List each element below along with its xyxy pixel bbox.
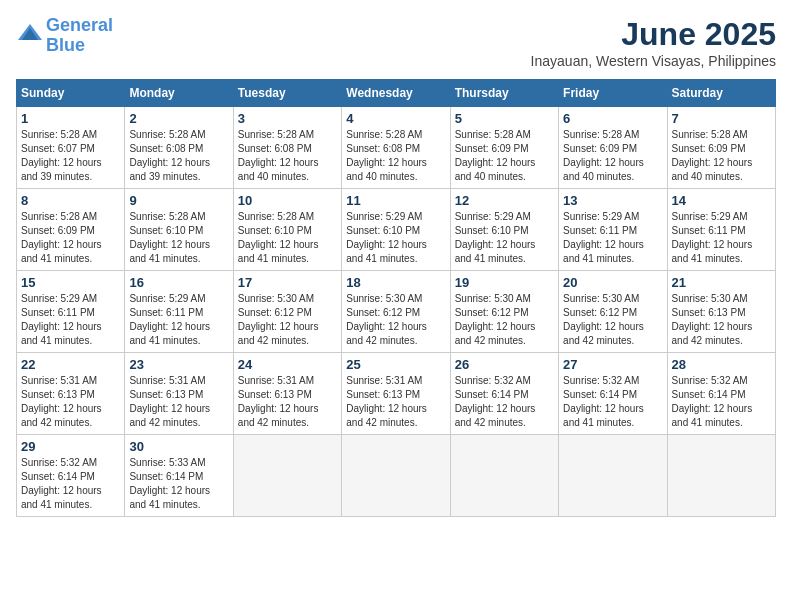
day-number: 19 xyxy=(455,275,554,290)
logo: General Blue xyxy=(16,16,113,56)
day-number: 7 xyxy=(672,111,771,126)
calendar-cell: 5Sunrise: 5:28 AMSunset: 6:09 PMDaylight… xyxy=(450,107,558,189)
calendar-cell: 14Sunrise: 5:29 AMSunset: 6:11 PMDayligh… xyxy=(667,189,775,271)
day-info: Sunrise: 5:28 AMSunset: 6:09 PMDaylight:… xyxy=(672,128,771,184)
calendar-cell: 16Sunrise: 5:29 AMSunset: 6:11 PMDayligh… xyxy=(125,271,233,353)
day-info: Sunrise: 5:30 AMSunset: 6:12 PMDaylight:… xyxy=(238,292,337,348)
header-thursday: Thursday xyxy=(450,80,558,107)
day-info: Sunrise: 5:31 AMSunset: 6:13 PMDaylight:… xyxy=(129,374,228,430)
day-number: 2 xyxy=(129,111,228,126)
calendar-cell: 23Sunrise: 5:31 AMSunset: 6:13 PMDayligh… xyxy=(125,353,233,435)
header-sunday: Sunday xyxy=(17,80,125,107)
day-number: 12 xyxy=(455,193,554,208)
day-number: 25 xyxy=(346,357,445,372)
day-info: Sunrise: 5:30 AMSunset: 6:12 PMDaylight:… xyxy=(563,292,662,348)
day-number: 10 xyxy=(238,193,337,208)
calendar-cell: 17Sunrise: 5:30 AMSunset: 6:12 PMDayligh… xyxy=(233,271,341,353)
calendar-week-5: 29Sunrise: 5:32 AMSunset: 6:14 PMDayligh… xyxy=(17,435,776,517)
day-info: Sunrise: 5:32 AMSunset: 6:14 PMDaylight:… xyxy=(455,374,554,430)
logo-icon xyxy=(16,22,44,50)
calendar-cell: 11Sunrise: 5:29 AMSunset: 6:10 PMDayligh… xyxy=(342,189,450,271)
calendar-subtitle: Inayauan, Western Visayas, Philippines xyxy=(531,53,776,69)
calendar-week-2: 8Sunrise: 5:28 AMSunset: 6:09 PMDaylight… xyxy=(17,189,776,271)
day-number: 1 xyxy=(21,111,120,126)
calendar-cell: 12Sunrise: 5:29 AMSunset: 6:10 PMDayligh… xyxy=(450,189,558,271)
day-number: 5 xyxy=(455,111,554,126)
header-tuesday: Tuesday xyxy=(233,80,341,107)
day-info: Sunrise: 5:29 AMSunset: 6:11 PMDaylight:… xyxy=(21,292,120,348)
calendar-cell: 10Sunrise: 5:28 AMSunset: 6:10 PMDayligh… xyxy=(233,189,341,271)
day-info: Sunrise: 5:32 AMSunset: 6:14 PMDaylight:… xyxy=(563,374,662,430)
calendar-cell: 9Sunrise: 5:28 AMSunset: 6:10 PMDaylight… xyxy=(125,189,233,271)
day-info: Sunrise: 5:30 AMSunset: 6:12 PMDaylight:… xyxy=(455,292,554,348)
day-info: Sunrise: 5:29 AMSunset: 6:10 PMDaylight:… xyxy=(346,210,445,266)
day-number: 17 xyxy=(238,275,337,290)
day-number: 22 xyxy=(21,357,120,372)
calendar-cell: 3Sunrise: 5:28 AMSunset: 6:08 PMDaylight… xyxy=(233,107,341,189)
title-area: June 2025 Inayauan, Western Visayas, Phi… xyxy=(531,16,776,69)
calendar-cell: 15Sunrise: 5:29 AMSunset: 6:11 PMDayligh… xyxy=(17,271,125,353)
header-wednesday: Wednesday xyxy=(342,80,450,107)
day-info: Sunrise: 5:28 AMSunset: 6:07 PMDaylight:… xyxy=(21,128,120,184)
day-info: Sunrise: 5:28 AMSunset: 6:10 PMDaylight:… xyxy=(129,210,228,266)
page-header: General Blue June 2025 Inayauan, Western… xyxy=(16,16,776,69)
day-number: 30 xyxy=(129,439,228,454)
day-number: 14 xyxy=(672,193,771,208)
calendar-cell: 30Sunrise: 5:33 AMSunset: 6:14 PMDayligh… xyxy=(125,435,233,517)
calendar-cell: 8Sunrise: 5:28 AMSunset: 6:09 PMDaylight… xyxy=(17,189,125,271)
calendar-cell: 22Sunrise: 5:31 AMSunset: 6:13 PMDayligh… xyxy=(17,353,125,435)
day-info: Sunrise: 5:32 AMSunset: 6:14 PMDaylight:… xyxy=(672,374,771,430)
day-number: 28 xyxy=(672,357,771,372)
calendar-cell: 2Sunrise: 5:28 AMSunset: 6:08 PMDaylight… xyxy=(125,107,233,189)
calendar-cell xyxy=(342,435,450,517)
calendar-cell: 1Sunrise: 5:28 AMSunset: 6:07 PMDaylight… xyxy=(17,107,125,189)
header-saturday: Saturday xyxy=(667,80,775,107)
day-info: Sunrise: 5:30 AMSunset: 6:12 PMDaylight:… xyxy=(346,292,445,348)
calendar-cell: 4Sunrise: 5:28 AMSunset: 6:08 PMDaylight… xyxy=(342,107,450,189)
day-number: 18 xyxy=(346,275,445,290)
day-info: Sunrise: 5:29 AMSunset: 6:10 PMDaylight:… xyxy=(455,210,554,266)
calendar-title: June 2025 xyxy=(531,16,776,53)
calendar-cell: 19Sunrise: 5:30 AMSunset: 6:12 PMDayligh… xyxy=(450,271,558,353)
day-info: Sunrise: 5:31 AMSunset: 6:13 PMDaylight:… xyxy=(346,374,445,430)
day-info: Sunrise: 5:29 AMSunset: 6:11 PMDaylight:… xyxy=(129,292,228,348)
day-number: 11 xyxy=(346,193,445,208)
day-number: 26 xyxy=(455,357,554,372)
logo-text: General Blue xyxy=(46,16,113,56)
day-info: Sunrise: 5:28 AMSunset: 6:08 PMDaylight:… xyxy=(129,128,228,184)
calendar-cell xyxy=(450,435,558,517)
logo-line1: General xyxy=(46,15,113,35)
day-number: 20 xyxy=(563,275,662,290)
day-number: 6 xyxy=(563,111,662,126)
day-number: 8 xyxy=(21,193,120,208)
day-info: Sunrise: 5:32 AMSunset: 6:14 PMDaylight:… xyxy=(21,456,120,512)
day-info: Sunrise: 5:28 AMSunset: 6:08 PMDaylight:… xyxy=(346,128,445,184)
day-number: 27 xyxy=(563,357,662,372)
header-friday: Friday xyxy=(559,80,667,107)
calendar-cell xyxy=(667,435,775,517)
day-info: Sunrise: 5:28 AMSunset: 6:08 PMDaylight:… xyxy=(238,128,337,184)
day-number: 13 xyxy=(563,193,662,208)
calendar-week-4: 22Sunrise: 5:31 AMSunset: 6:13 PMDayligh… xyxy=(17,353,776,435)
calendar-cell xyxy=(233,435,341,517)
logo-line2: Blue xyxy=(46,35,85,55)
calendar-cell: 6Sunrise: 5:28 AMSunset: 6:09 PMDaylight… xyxy=(559,107,667,189)
day-number: 15 xyxy=(21,275,120,290)
calendar-cell xyxy=(559,435,667,517)
day-info: Sunrise: 5:31 AMSunset: 6:13 PMDaylight:… xyxy=(21,374,120,430)
calendar-cell: 27Sunrise: 5:32 AMSunset: 6:14 PMDayligh… xyxy=(559,353,667,435)
calendar-cell: 20Sunrise: 5:30 AMSunset: 6:12 PMDayligh… xyxy=(559,271,667,353)
calendar-cell: 21Sunrise: 5:30 AMSunset: 6:13 PMDayligh… xyxy=(667,271,775,353)
day-number: 24 xyxy=(238,357,337,372)
header-row: Sunday Monday Tuesday Wednesday Thursday… xyxy=(17,80,776,107)
day-info: Sunrise: 5:33 AMSunset: 6:14 PMDaylight:… xyxy=(129,456,228,512)
calendar-cell: 24Sunrise: 5:31 AMSunset: 6:13 PMDayligh… xyxy=(233,353,341,435)
calendar-week-1: 1Sunrise: 5:28 AMSunset: 6:07 PMDaylight… xyxy=(17,107,776,189)
calendar-cell: 28Sunrise: 5:32 AMSunset: 6:14 PMDayligh… xyxy=(667,353,775,435)
day-number: 9 xyxy=(129,193,228,208)
calendar-cell: 25Sunrise: 5:31 AMSunset: 6:13 PMDayligh… xyxy=(342,353,450,435)
day-number: 4 xyxy=(346,111,445,126)
day-info: Sunrise: 5:31 AMSunset: 6:13 PMDaylight:… xyxy=(238,374,337,430)
day-number: 21 xyxy=(672,275,771,290)
day-number: 16 xyxy=(129,275,228,290)
